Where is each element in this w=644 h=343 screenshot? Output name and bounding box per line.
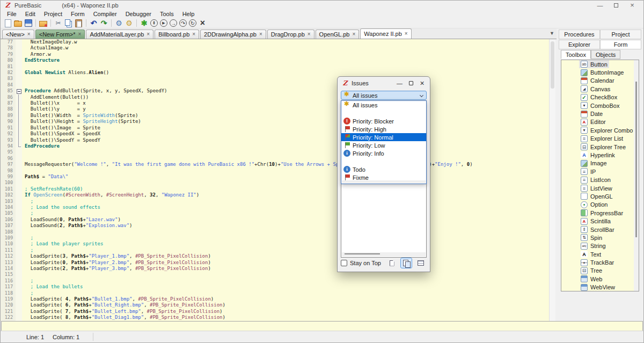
toolbox-item-explorer-tree[interactable]: Explorer Tree <box>561 143 639 151</box>
dropdown-item-all-issues[interactable]: All issues <box>341 101 426 109</box>
tab-close-icon[interactable]: × <box>352 32 355 37</box>
menu-project[interactable]: Project <box>40 10 67 18</box>
toolbox-item-canvas[interactable]: Canvas <box>561 85 639 93</box>
tab-explorer[interactable]: Explorer <box>559 40 600 49</box>
toolbox-item-hyperlink[interactable]: Hyperlink <box>561 151 639 159</box>
toolbox-item-option[interactable]: Option <box>561 201 639 209</box>
close-icon[interactable]: × <box>624 1 640 10</box>
tab-project[interactable]: Project <box>600 30 641 39</box>
tab-form[interactable]: Form <box>600 40 641 49</box>
toolbox-item-scintilla[interactable]: Scintilla <box>561 217 639 225</box>
step-icon[interactable] <box>170 19 177 27</box>
toolbox-item-scrollbar[interactable]: ScrollBar <box>561 225 639 233</box>
redo-icon[interactable] <box>99 19 109 28</box>
tab-close-icon[interactable]: × <box>27 32 31 37</box>
toolbox-item-explorer-list[interactable]: Explorer List <box>561 135 639 143</box>
kill-program-icon[interactable] <box>197 19 208 28</box>
undo-icon[interactable] <box>89 19 99 28</box>
dropdown-item-priority-high[interactable]: Priority: High <box>341 125 426 133</box>
compile-run-icon[interactable] <box>114 19 124 28</box>
dropdown-item-priority-low[interactable]: Priority: Low <box>341 141 426 149</box>
dropdown-item-blank[interactable] <box>341 157 426 165</box>
dialog-maximize-icon[interactable] <box>405 78 416 89</box>
menu-edit[interactable]: Edit <box>21 10 40 18</box>
toolbox-scrollbar-thumb[interactable] <box>635 82 637 237</box>
toolbox-item-ip[interactable]: IP <box>561 167 639 176</box>
menu-tools[interactable]: Tools <box>156 10 178 18</box>
copy-icon[interactable] <box>63 19 74 28</box>
toolbox-item-editor[interactable]: Editor <box>561 118 639 126</box>
open-file-icon[interactable] <box>13 19 23 28</box>
dropdown-item-priority-blocker[interactable]: Priority: Blocker <box>341 117 426 125</box>
pause-icon[interactable] <box>150 19 158 27</box>
report-view-button[interactable] <box>415 258 427 268</box>
toolbox-item-text[interactable]: Text <box>561 250 639 258</box>
file-tab-waponez-ii-pb[interactable]: Waponez II.pb× <box>360 28 411 39</box>
toolbox-item-buttonimage[interactable]: ButtonImage <box>561 68 639 76</box>
file-tab-opengl-pb[interactable]: OpenGL.pb× <box>316 30 360 39</box>
tab-toolbox[interactable]: Toolbox <box>561 50 591 59</box>
dropdown-item-priority-normal[interactable]: Priority: Normal <box>341 133 426 141</box>
toolbox-item-webview[interactable]: WebView <box>561 283 639 291</box>
toolbox-item-progressbar[interactable]: ProgressBar <box>561 209 639 217</box>
toolbox-item-date[interactable]: Date <box>561 110 639 118</box>
dropdown-scrollbar[interactable] <box>342 180 426 183</box>
toolbox-item-spin[interactable]: Spin <box>561 233 639 242</box>
issues-horizontal-scrollbar[interactable] <box>342 252 426 257</box>
toolbox-item-explorer-combo[interactable]: Explorer Combo <box>561 126 639 134</box>
toolbox-item-string[interactable]: String <box>561 242 639 250</box>
tab-procedures[interactable]: Procedures <box>559 30 600 39</box>
toolbox-item-opengl[interactable]: OpenGL <box>561 192 639 200</box>
toolbox-item-checkbox[interactable]: CheckBox <box>561 93 639 101</box>
double-page-view-button[interactable] <box>400 258 412 268</box>
file-tab-addmateriallayer-pb[interactable]: AddMaterialLayer.pb× <box>86 30 153 39</box>
fold-marker[interactable] <box>16 88 22 94</box>
menu-debugger[interactable]: Debugger <box>121 10 156 18</box>
paste-icon[interactable] <box>74 19 84 28</box>
toolbox-item-trackbar[interactable]: TrackBar <box>561 258 639 266</box>
toggle-folder-icon[interactable] <box>38 19 48 28</box>
toolbox-item-listview[interactable]: ListView <box>561 184 639 192</box>
tab-close-icon[interactable]: × <box>308 32 311 37</box>
editor-scrollbar-thumb[interactable] <box>551 41 554 89</box>
issues-hscroll-thumb[interactable] <box>345 253 380 254</box>
tab-close-icon[interactable]: × <box>147 32 150 37</box>
toolbox-item-combobox[interactable]: ComboBox <box>561 101 639 110</box>
start-debugger-icon[interactable] <box>139 19 149 28</box>
tab-overflow-icon[interactable]: ▼ <box>550 31 554 36</box>
file-tab-dragdrop-pb[interactable]: DragDrop.pb× <box>267 30 314 39</box>
dropdown-item-todo[interactable]: Todo <box>341 165 426 173</box>
toolbox-item-image[interactable]: Image <box>561 159 639 167</box>
code-editor[interactable]: 77 NextImageDelay.w78 ActualImage.w79 Ar… <box>1 39 549 321</box>
syntax-check-icon[interactable] <box>124 19 134 28</box>
single-page-view-button[interactable] <box>386 258 398 268</box>
toolbox-item-calendar[interactable]: Calendar <box>561 77 639 85</box>
menu-help[interactable]: Help <box>178 10 199 18</box>
toolbox-item-listicon[interactable]: ListIcon <box>561 176 639 184</box>
tab-objects[interactable]: Objects <box>591 50 620 59</box>
dropdown-item-blank[interactable] <box>341 109 426 117</box>
tab-close-icon[interactable]: × <box>192 32 195 37</box>
tab-close-icon[interactable]: × <box>405 32 408 36</box>
tab-close-icon[interactable]: × <box>78 32 82 37</box>
file-tab-new-form[interactable]: <New Form>*× <box>35 30 85 39</box>
minimize-icon[interactable]: — <box>592 1 608 10</box>
file-tab-new[interactable]: <New>× <box>2 30 34 39</box>
menu-form[interactable]: Form <box>67 10 89 18</box>
toolbox-item-tree[interactable]: Tree <box>561 267 639 275</box>
step-over-icon[interactable] <box>179 19 187 27</box>
stay-on-top-checkbox[interactable] <box>341 260 347 266</box>
menu-compiler[interactable]: Compiler <box>89 10 121 18</box>
issues-filter-combobox[interactable]: All issues <box>341 91 427 100</box>
toolbox-item-button[interactable]: Button <box>561 60 639 68</box>
editor-scrollbar[interactable] <box>549 39 555 321</box>
restore-icon[interactable] <box>608 1 624 10</box>
tab-close-icon[interactable]: × <box>259 32 262 37</box>
toolbox-scrollbar[interactable] <box>634 60 639 291</box>
dialog-close-icon[interactable]: × <box>416 78 428 89</box>
cut-icon[interactable] <box>53 19 63 28</box>
menu-file[interactable]: File <box>3 10 21 18</box>
new-file-icon[interactable] <box>3 19 13 28</box>
run-icon[interactable] <box>160 19 167 27</box>
file-tab-billboard-pb[interactable]: Billboard.pb× <box>155 30 199 39</box>
